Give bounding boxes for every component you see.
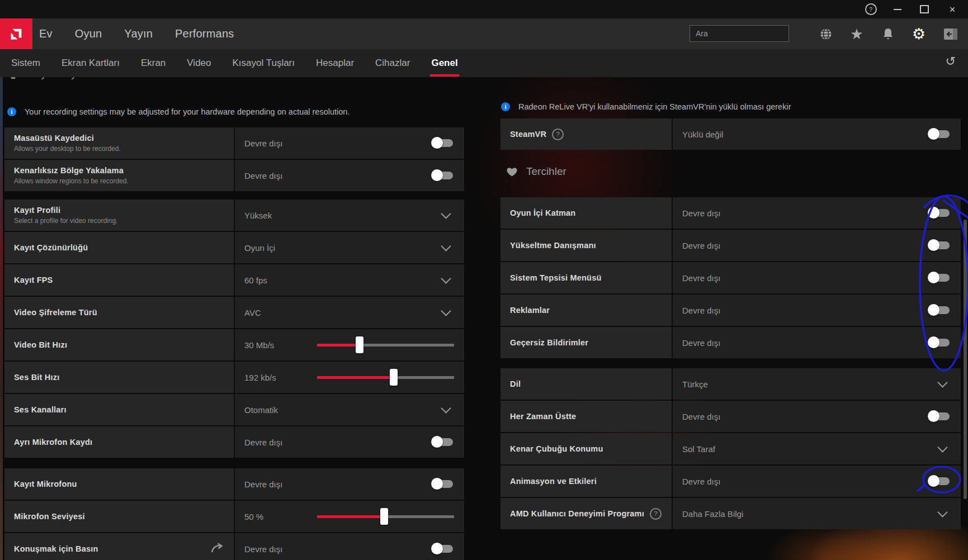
setting-value: Otomatik: [244, 405, 278, 415]
setting-value: Devre dışı: [244, 171, 282, 181]
toggle-switch-off[interactable]: [432, 438, 453, 446]
setting-value: Devre dışı: [682, 477, 720, 486]
setting-sublabel: Select a profile for video recording.: [14, 217, 227, 225]
setting-label-cell: Yükseltme Danışmanı: [500, 230, 673, 261]
slider[interactable]: [317, 376, 454, 379]
toggle-switch-off[interactable]: [432, 139, 453, 147]
toggle-switch-off[interactable]: [432, 545, 453, 553]
setting-value-cell: Devre dışı: [673, 466, 961, 497]
chevron-down-icon[interactable]: [441, 241, 451, 251]
slider[interactable]: [317, 515, 454, 518]
tab-ekran[interactable]: Ekran: [140, 49, 167, 77]
window-help-button[interactable]: ?: [860, 0, 882, 18]
setting-label: Geçersiz Bildirimler: [510, 338, 588, 347]
setting-label-cell: Video Şifreleme Türü: [4, 297, 235, 328]
setting-label-cell: Kayıt Çözünürlüğü: [4, 232, 235, 263]
chevron-down-icon[interactable]: [441, 306, 451, 316]
setting-label-cell: Kenarlıksız Bölge YakalamaAllows window …: [4, 160, 235, 191]
window-close-button[interactable]: ×: [941, 0, 964, 18]
setting-label-cell: Mikrofon Seviyesi: [4, 501, 235, 532]
help-icon[interactable]: ?: [650, 508, 662, 520]
slider-handle[interactable]: [356, 336, 363, 353]
setting-value: AVC: [244, 308, 261, 317]
chevron-down-icon[interactable]: [937, 507, 947, 517]
toggle-switch-off[interactable]: [929, 339, 950, 347]
setting-value-cell: Devre dışı: [673, 197, 961, 229]
setting-value-cell: Devre dışı: [673, 327, 961, 358]
tab-kısayol-tuşları[interactable]: Kısayol Tuşları: [232, 49, 296, 77]
setting-value: Yüksek: [244, 211, 272, 220]
tab-video[interactable]: Video: [186, 49, 212, 77]
setting-value: Devre dışı: [682, 273, 720, 283]
toggle-switch-off[interactable]: [432, 172, 453, 179]
tab-hesaplar[interactable]: Hesaplar: [315, 49, 355, 77]
setting-value: Devre dışı: [682, 306, 720, 315]
setting-label: Kayıt Profili: [14, 206, 60, 215]
microphone-group: Kayıt MikrofonuDevre dışıMikrofon Seviye…: [4, 468, 464, 560]
toggle-switch-off[interactable]: [929, 274, 950, 282]
setting-value-cell[interactable]: Sol Taraf: [673, 433, 961, 464]
setting-value-cell[interactable]: Daha Fazla Bilgi: [673, 498, 961, 529]
setting-value-cell: 50 %: [235, 501, 464, 532]
setting-label: Ayrı Mikrofon Kaydı: [14, 438, 92, 447]
info-text: Your recording settings may be adjusted …: [25, 107, 350, 116]
nav-item-performans[interactable]: Performans: [175, 27, 234, 40]
window-minimize-button[interactable]: [886, 0, 909, 18]
chevron-down-icon[interactable]: [441, 208, 451, 219]
setting-value-cell: Devre dışı: [673, 295, 961, 326]
setting-label-cell: Ayrı Mikrofon Kaydı: [4, 426, 235, 458]
amd-logo[interactable]: [0, 18, 32, 49]
heart-icon: [506, 167, 518, 177]
setting-sublabel: Allows window regions to be recorded.: [14, 177, 227, 185]
help-icon[interactable]: ?: [552, 129, 564, 140]
toggle-switch-off[interactable]: [929, 477, 950, 485]
setting-label-cell: Kenar Çubuğu Konumu: [500, 433, 673, 464]
slider[interactable]: [317, 344, 454, 347]
chevron-down-icon[interactable]: [441, 403, 451, 413]
slider-handle[interactable]: [390, 369, 398, 386]
window-maximize-button[interactable]: [913, 0, 936, 18]
bell-icon[interactable]: [878, 24, 898, 44]
setting-label: Her Zaman Üstte: [510, 412, 576, 421]
setting-value-cell[interactable]: Oyun İçi: [235, 232, 464, 263]
settings-tab-bar: SistemEkran KartlarıEkranVideoKısayol Tu…: [0, 49, 968, 77]
tab-cihazlar[interactable]: Cihazlar: [374, 49, 411, 77]
steamvr-info: i Radeon ReLive VR'yi kullanabilmeniz iç…: [501, 102, 948, 111]
tab-genel[interactable]: Genel: [430, 49, 459, 77]
setting-value: Sol Taraf: [682, 444, 715, 454]
setting-value-cell[interactable]: AVC: [235, 297, 464, 328]
scrollbar-thumb[interactable]: [964, 220, 967, 499]
globe-icon[interactable]: [816, 24, 836, 44]
toggle-switch-off[interactable]: [929, 412, 950, 420]
toggle-switch-off[interactable]: [929, 306, 950, 314]
setting-label: Kayıt Mikrofonu: [14, 480, 77, 488]
gear-icon[interactable]: ⚙: [909, 24, 929, 44]
nav-item-yayın[interactable]: Yayın: [124, 27, 153, 40]
toggle-switch-off[interactable]: [929, 209, 950, 217]
setting-label: Ses Kanalları: [14, 405, 67, 414]
radeon-settings-window: Kaydediliyor Tercihler i Your recording …: [0, 0, 968, 560]
nav-item-ev[interactable]: Ev: [39, 27, 53, 40]
tab-ekran-kartları[interactable]: Ekran Kartları: [60, 49, 121, 77]
setting-value-cell[interactable]: Yüksek: [235, 200, 464, 231]
setting-value: Daha Fazla Bilgi: [682, 509, 743, 519]
toggle-switch-off[interactable]: [432, 480, 453, 488]
setting-label: Dil: [510, 379, 521, 388]
setting-row: Masaüstü KaydediciAllows your desktop to…: [4, 127, 464, 159]
slider-handle[interactable]: [380, 508, 388, 525]
search-input[interactable]: [690, 29, 799, 38]
toggle-switch-off[interactable]: [929, 130, 950, 138]
nav-item-oyun[interactable]: Oyun: [75, 27, 102, 40]
chevron-down-icon[interactable]: [441, 273, 451, 283]
setting-label-cell: Kayıt Mikrofonu: [4, 468, 235, 500]
collapse-panel-icon[interactable]: [941, 24, 961, 44]
setting-value-cell[interactable]: 60 fps: [235, 264, 464, 296]
tab-sistem[interactable]: Sistem: [10, 49, 41, 77]
setting-value-cell[interactable]: Türkçe: [673, 368, 961, 400]
setting-value-cell[interactable]: Otomatik: [235, 394, 464, 425]
chevron-down-icon[interactable]: [937, 442, 947, 452]
restore-defaults-icon[interactable]: ↺: [946, 54, 956, 69]
chevron-down-icon[interactable]: [937, 377, 947, 387]
toggle-switch-off[interactable]: [929, 241, 950, 249]
star-icon[interactable]: ★: [847, 24, 867, 44]
